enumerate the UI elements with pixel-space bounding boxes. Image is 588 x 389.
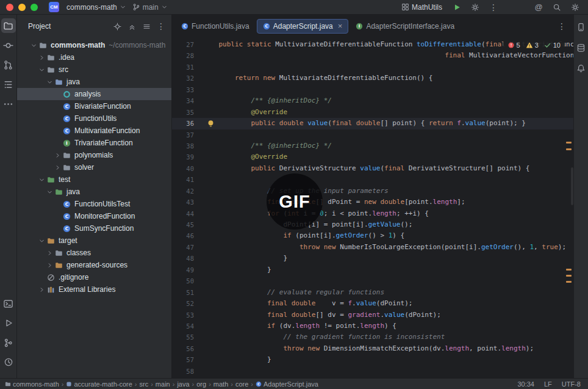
tree-item-bivariatefunction[interactable]: CBivariateFunction bbox=[17, 100, 171, 112]
change-marker[interactable] bbox=[566, 281, 572, 283]
tree-item-external-libraries[interactable]: External Libraries bbox=[17, 283, 171, 296]
code-line-40[interactable]: 40public DerivativeStructure value(final… bbox=[172, 163, 573, 174]
chevron-down-icon[interactable] bbox=[37, 236, 46, 245]
code-line-57[interactable]: 57} bbox=[172, 354, 573, 365]
breadcrumb-item-src[interactable]: src bbox=[140, 380, 149, 388]
change-marker[interactable] bbox=[566, 142, 572, 144]
editor-tabs-more-icon[interactable]: ⋮ bbox=[553, 21, 571, 31]
breadcrumb-item-adapterscript-java[interactable]: CAdapterScript.java bbox=[256, 380, 318, 388]
breadcrumb-item-core[interactable]: core bbox=[235, 380, 248, 388]
tree-item-analysis[interactable]: analysis bbox=[17, 88, 171, 100]
ok-inspection-badge[interactable]: 10 bbox=[544, 42, 561, 49]
breadcrumb-item-java[interactable]: java bbox=[177, 380, 189, 388]
run-options-gear-icon[interactable] bbox=[468, 1, 482, 14]
code-line-38[interactable]: 38/** {@inheritDoc} */ bbox=[172, 140, 573, 151]
notifications-tool-button[interactable] bbox=[574, 61, 588, 76]
tree-item-monitoredfunction[interactable]: CMonitoredFunction bbox=[17, 210, 171, 222]
project-tool-button[interactable] bbox=[1, 18, 16, 33]
tree-item-solver[interactable]: solver bbox=[17, 161, 171, 173]
commit-tool-button[interactable] bbox=[1, 38, 16, 53]
tree-item-sumsyncfunction[interactable]: CSumSyncFunction bbox=[17, 222, 171, 234]
close-window-button[interactable] bbox=[6, 4, 13, 11]
settings-icon[interactable] bbox=[568, 1, 582, 14]
code-line-34[interactable]: 34/** {@inheritDoc} */ bbox=[172, 95, 573, 106]
search-everywhere-icon[interactable] bbox=[550, 1, 564, 14]
code-line-56[interactable]: 56throw new DimensionMismatchException(d… bbox=[172, 343, 573, 354]
tree-item-target[interactable]: target bbox=[17, 234, 171, 247]
chevron-down-icon[interactable] bbox=[29, 41, 38, 49]
chevron-right-icon[interactable] bbox=[53, 151, 62, 159]
code-line-54[interactable]: 54if (dv.length != point.length) { bbox=[172, 321, 573, 332]
code-line-31[interactable]: 31 bbox=[172, 62, 573, 73]
change-marker[interactable] bbox=[566, 275, 572, 277]
code-line-51[interactable]: 51// evaluate regular functions bbox=[172, 287, 573, 298]
code-line-43[interactable]: 43final double[] dPoint = new double[poi… bbox=[172, 197, 573, 208]
tree-item-idea[interactable]: .idea bbox=[17, 51, 171, 64]
chevron-right-icon[interactable] bbox=[37, 53, 46, 62]
encoding-widget[interactable]: UTF-8 bbox=[562, 380, 581, 388]
terminal-tool-button[interactable] bbox=[1, 296, 16, 311]
tab-functionutils-java[interactable]: CFunctionUtils.java bbox=[175, 19, 256, 34]
tree-item-trivariatefunction[interactable]: ITrivariateFunction bbox=[17, 137, 171, 149]
code-line-50[interactable]: 50 bbox=[172, 275, 573, 286]
code-line-58[interactable]: 58 bbox=[172, 366, 573, 377]
line-ending-widget[interactable]: LF bbox=[544, 380, 552, 388]
devices-tool-button[interactable] bbox=[574, 20, 588, 34]
more-tool-button[interactable] bbox=[1, 96, 16, 111]
view-options-icon[interactable] bbox=[140, 20, 153, 33]
code-line-35[interactable]: 35@Override bbox=[172, 107, 573, 118]
more-actions-icon[interactable]: ⋮ bbox=[487, 1, 500, 14]
breadcrumb-item-math[interactable]: math bbox=[213, 380, 228, 388]
tree-item-functionutilstest[interactable]: CFunctionUtilsTest bbox=[17, 198, 171, 210]
tree-item-generated-sources[interactable]: generated-sources bbox=[17, 259, 171, 271]
chevron-right-icon[interactable] bbox=[45, 261, 54, 269]
code-line-55[interactable]: 55// the gradient function is inconsiste… bbox=[172, 332, 573, 343]
breadcrumb-item-commons-math[interactable]: commons-math bbox=[5, 380, 59, 388]
tree-item-test[interactable]: test bbox=[17, 173, 171, 186]
code-line-36[interactable]: 36public double value(final double[] poi… bbox=[172, 118, 573, 129]
tree-item-src[interactable]: src bbox=[17, 64, 171, 76]
error-inspection-badge[interactable]: 5 bbox=[507, 42, 520, 49]
database-tool-button[interactable] bbox=[574, 40, 588, 55]
change-marker[interactable] bbox=[566, 148, 572, 150]
code-line-41[interactable]: 41 bbox=[172, 174, 573, 185]
tree-item-multivariatefunction[interactable]: CMultivariateFunction bbox=[17, 125, 171, 137]
code-line-46[interactable]: 46if (point[i].getOrder() > 1) { bbox=[172, 230, 573, 241]
pull-requests-tool-button[interactable] bbox=[1, 57, 16, 72]
code-line-44[interactable]: 44for (int i = 0; i < point.length; ++i)… bbox=[172, 208, 573, 219]
run-configuration-selector[interactable]: MathUtils bbox=[398, 2, 445, 13]
code-line-52[interactable]: 52final double v = f.value(dPoint); bbox=[172, 298, 573, 309]
structure-tool-button[interactable] bbox=[1, 77, 16, 92]
run-button[interactable] bbox=[450, 1, 464, 14]
zoom-window-button[interactable] bbox=[30, 4, 38, 11]
change-marker[interactable] bbox=[566, 269, 572, 271]
code-line-48[interactable]: 48} bbox=[172, 253, 573, 264]
git-tool-button[interactable] bbox=[1, 335, 16, 350]
close-tab-icon[interactable]: × bbox=[338, 22, 343, 30]
breadcrumb-item-org[interactable]: org bbox=[196, 380, 206, 388]
project-selector[interactable]: commons-math bbox=[63, 2, 129, 13]
chevron-down-icon[interactable] bbox=[45, 187, 54, 196]
chevron-right-icon[interactable] bbox=[53, 163, 62, 172]
code-line-42[interactable]: 42// set up the input parameters bbox=[172, 186, 573, 197]
code-line-37[interactable]: 37 bbox=[172, 129, 573, 140]
chevron-down-icon[interactable] bbox=[37, 175, 46, 184]
code-area[interactable]: 27public static MultivariateDifferentiab… bbox=[172, 37, 573, 378]
app-logo-badge[interactable]: CM bbox=[49, 2, 59, 12]
caret-position-widget[interactable]: 30:34 bbox=[517, 380, 534, 388]
code-line-28[interactable]: 28final MultivariateVectorFunction gradi… bbox=[172, 50, 573, 61]
tree-item-functionutils[interactable]: CFunctionUtils bbox=[17, 112, 171, 125]
code-line-47[interactable]: 47throw new NumberIsTooLargeException(po… bbox=[172, 242, 573, 253]
chevron-right-icon[interactable] bbox=[45, 249, 54, 257]
code-line-45[interactable]: 45dPoint[i] = point[i].getValue(); bbox=[172, 219, 573, 230]
tree-item-classes[interactable]: classes bbox=[17, 247, 171, 259]
tree-item-gitignore[interactable]: .gitignore bbox=[17, 271, 171, 283]
tree-item-java[interactable]: java bbox=[17, 76, 171, 88]
code-line-49[interactable]: 49} bbox=[172, 264, 573, 275]
services-tool-button[interactable] bbox=[1, 355, 16, 369]
tab-adapterscriptinterface-java[interactable]: IAdapterScriptInterface.java bbox=[350, 19, 461, 34]
run-tool-button[interactable] bbox=[1, 316, 16, 330]
chevron-right-icon[interactable] bbox=[37, 285, 46, 294]
tree-item-commons-math[interactable]: commons-math~/commons-math bbox=[17, 39, 171, 51]
inspections-widget[interactable]: 5310 bbox=[503, 40, 565, 50]
